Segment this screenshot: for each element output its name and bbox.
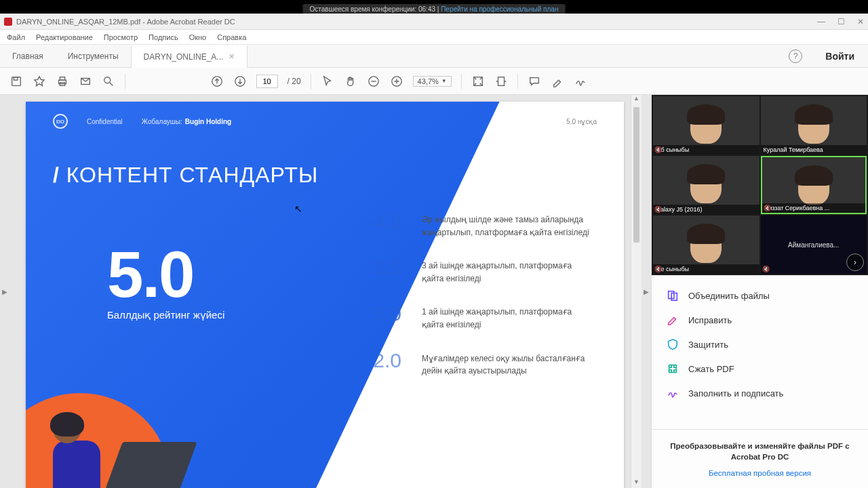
participant-name: Galaxy J5 (2016) (653, 205, 760, 214)
tool-label: Объединить файлы (688, 291, 770, 301)
page-down-icon[interactable] (233, 75, 247, 88)
hand-icon[interactable] (344, 75, 357, 88)
menu-help[interactable]: Справка (217, 33, 246, 41)
participant-tile[interactable]: 🔇4 б сыныбы (653, 96, 760, 155)
participant-tile[interactable]: 🔇6 е сыныбы (653, 216, 760, 274)
combine-icon (667, 289, 679, 302)
confidential-label: Confidential (87, 118, 123, 125)
svg-rect-3 (60, 77, 64, 80)
participant-name: 6 е сыныбы (653, 264, 760, 274)
window-title: DARYN_ONLINE_ASQAR_12MB.pdf - Adobe Acro… (16, 18, 235, 26)
participant-tile[interactable]: 🔇Galaxy J5 (2016) (653, 156, 760, 214)
help-icon[interactable]: ? (789, 49, 802, 63)
zoom-out-icon[interactable] (367, 75, 380, 88)
compress-icon (667, 363, 679, 375)
rating-text: 1 ай iшiнде жаңартылып, платформаға қайт… (422, 302, 594, 331)
print-icon[interactable] (56, 75, 69, 88)
tool-label: Исправить (688, 315, 732, 325)
login-button[interactable]: Войти (812, 51, 868, 62)
scrollbar-thumb[interactable] (633, 107, 639, 243)
page-up-icon[interactable] (210, 75, 224, 88)
menu-sign[interactable]: Подпись (149, 33, 178, 41)
tool-compress[interactable]: Сжать PDF (652, 357, 868, 381)
participant-name: 4 б сыныбы (653, 145, 760, 155)
rating-text: Әр жылдың шiлде және тамыз айларында жаң… (422, 210, 594, 239)
right-panel-toggle[interactable]: ▶ (642, 95, 651, 488)
participant-tile[interactable]: 🔇Ляззат Серикбаевна ... (761, 156, 867, 214)
redact-icon (667, 314, 679, 326)
fit-page-icon[interactable] (471, 75, 485, 88)
pdf-icon (4, 18, 12, 26)
illustration (26, 352, 216, 488)
mail-icon[interactable] (79, 75, 92, 88)
rating-num: 3.5 (363, 256, 401, 285)
menu-view[interactable]: Просмотр (104, 33, 138, 41)
tab-home[interactable]: Главная (0, 45, 56, 68)
tool-label: Защитить (688, 340, 728, 350)
participant-name: Ляззат Серикбаевна ... (762, 203, 866, 213)
version-label: 5.0 нұсқа (566, 118, 597, 125)
tool-protect[interactable]: Защитить (652, 332, 868, 357)
zoom-in-icon[interactable] (390, 75, 403, 88)
content-area: ▶ DO Confidential Жобалаушы: Bugin Holdi… (0, 95, 868, 488)
zoom-select[interactable]: 43,7% ▼ (413, 76, 452, 87)
minimize-button[interactable]: — (817, 17, 825, 26)
tab-tools[interactable]: Инструменты (56, 45, 131, 68)
save-icon[interactable] (9, 75, 23, 88)
rating-subtitle: Баллдық рейтинг жүйесі (107, 309, 224, 321)
rating-num: 4.0 (363, 210, 401, 239)
right-sidebar: 🔇4 б сыныбыКуралай Темирбаева🔇Galaxy J5 … (651, 95, 868, 488)
promo-link[interactable]: Бесплатная пробная версия (665, 469, 854, 477)
mute-icon: 🔇 (762, 266, 770, 272)
vertical-scrollbar[interactable]: ▲ ▼ (631, 95, 642, 488)
toolbar: / 20 43,7% ▼ (0, 68, 868, 95)
tools-list: Объединить файлыИсправитьЗащититьСжать P… (652, 275, 868, 429)
search-icon[interactable] (102, 75, 115, 88)
sign-icon[interactable] (574, 75, 587, 88)
tool-label: Заполнить и подписать (688, 388, 783, 399)
menubar: Файл Редактирование Просмотр Подпись Окн… (0, 30, 868, 45)
participant-tile[interactable]: Куралай Темирбаева (761, 96, 867, 155)
protect-icon (667, 338, 679, 350)
promo-text: Преобразовывайте и изменяйте файлы PDF с… (665, 441, 854, 462)
rating-num: 2.0 (363, 349, 401, 378)
video-gallery: 🔇4 б сыныбыКуралай Темирбаева🔇Galaxy J5 … (652, 95, 868, 275)
fit-width-icon[interactable] (494, 75, 508, 88)
close-button[interactable]: ✕ (857, 17, 864, 26)
project-label: Жобалаушы: (142, 118, 182, 125)
mute-icon: 🔇 (654, 266, 662, 272)
pointer-icon[interactable] (321, 75, 334, 88)
tool-redact[interactable]: Исправить (652, 308, 868, 332)
fillsign-icon (667, 387, 679, 399)
rating-num: 3.0 (363, 302, 401, 331)
star-icon[interactable] (33, 75, 46, 88)
tool-combine[interactable]: Объединить файлы (652, 283, 868, 308)
tool-label: Сжать PDF (688, 364, 734, 374)
time-remaining: Оставшееся время конференции: 06:43 (310, 5, 435, 13)
menu-file[interactable]: Файл (7, 33, 25, 41)
promo-panel: Преобразовывайте и изменяйте файлы PDF с… (652, 429, 868, 488)
menu-window[interactable]: Окно (189, 33, 207, 41)
menu-edit[interactable]: Редактирование (36, 33, 93, 41)
mute-icon: 🔇 (764, 205, 771, 211)
svg-point-6 (104, 77, 111, 83)
tool-fillsign[interactable]: Заполнить и подписать (652, 381, 868, 405)
acrobat-window: DARYN_ONLINE_ASQAR_12MB.pdf - Adobe Acro… (0, 14, 868, 488)
page-input[interactable] (256, 75, 278, 88)
participant-name: Аймангалиева... (761, 241, 867, 249)
highlight-icon[interactable] (551, 75, 564, 88)
publisher-name: Bugin Holding (185, 118, 231, 125)
page-total: / 20 (288, 77, 301, 86)
next-page-icon[interactable]: › (846, 253, 864, 271)
conference-timer-bar: Оставшееся время конференции: 06:43 | Пе… (303, 4, 566, 14)
maximize-button[interactable]: ☐ (837, 17, 845, 26)
rating-rows: 4.0Әр жылдың шiлде және тамыз айларында … (363, 210, 594, 395)
mute-icon: 🔇 (654, 206, 662, 213)
comment-icon[interactable] (528, 75, 541, 88)
left-panel-toggle[interactable]: ▶ (0, 95, 9, 488)
close-tab-icon[interactable]: ✕ (229, 52, 235, 61)
upgrade-link[interactable]: Перейти на профессиональный план (441, 5, 558, 13)
rating-text: Мұғалімдер келесi оқу жылы басталғанға д… (422, 349, 594, 378)
tab-document[interactable]: DARYN_ONLINE_A... ✕ (131, 45, 248, 68)
document-viewport[interactable]: DO Confidential Жобалаушы: Bugin Holding… (9, 95, 631, 488)
